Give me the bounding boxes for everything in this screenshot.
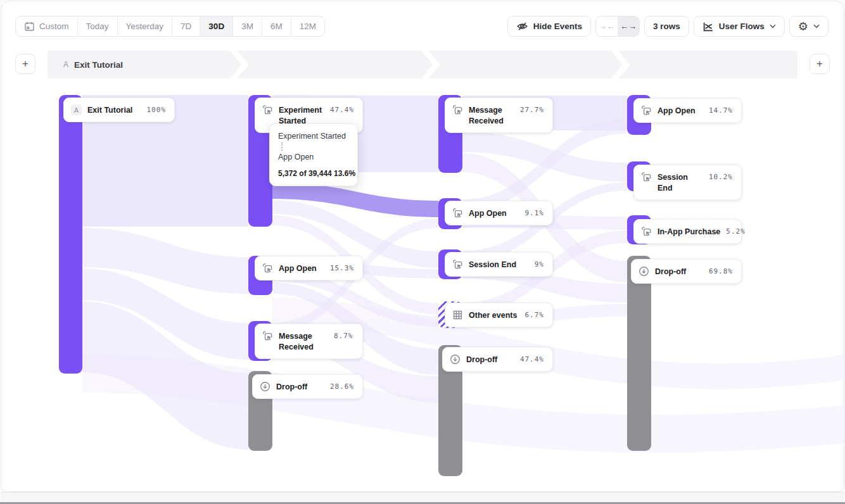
toolbar: Custom Today Yesterday 7D 30D 3M 6M 12M …: [0, 0, 845, 42]
collapse-columns-button[interactable]: →←: [596, 16, 618, 36]
node-card-exit-tutorial[interactable]: A Exit Tutorial 100%: [63, 98, 175, 122]
node-label: Other events: [469, 309, 519, 321]
tooltip-connector-dots: [281, 142, 283, 151]
date-range-today[interactable]: Today: [78, 16, 118, 36]
event-icon: [262, 104, 273, 115]
node-percent: 100%: [147, 104, 167, 114]
node-percent: 47.4%: [520, 353, 544, 363]
node-bar-drop-off-4[interactable]: [627, 256, 651, 451]
step-segment-a[interactable]: A Exit Tutorial: [63, 51, 123, 79]
node-card-session-end-3[interactable]: Session End 9%: [445, 252, 553, 277]
eye-off-icon: [516, 20, 528, 32]
rows-button[interactable]: 3 rows: [644, 16, 689, 37]
node-card-message-received-2[interactable]: Message Received 8.7%: [255, 324, 363, 359]
calendar-icon: [24, 21, 35, 32]
node-label: Session End: [469, 258, 529, 270]
node-card-session-end-4[interactable]: Session End 10.2%: [633, 165, 742, 200]
node-label: Drop-off: [466, 353, 514, 365]
collapse-icon: →←: [599, 22, 615, 31]
node-label: Message Received: [279, 330, 328, 353]
event-icon: [641, 226, 652, 237]
tooltip-source-event: Experiment Started: [278, 132, 349, 141]
node-percent: 15.3%: [330, 262, 354, 272]
date-range-label: 7D: [181, 22, 191, 31]
node-percent: 27.7%: [520, 104, 544, 114]
step-chevron-separator: [230, 51, 249, 79]
footer-strip: [1, 492, 844, 501]
date-range-label: Today: [86, 22, 109, 31]
hide-events-button[interactable]: Hide Events: [507, 16, 591, 37]
date-range-group: Custom Today Yesterday 7D 30D 3M 6M 12M: [15, 16, 325, 37]
node-percent: 47.4%: [330, 104, 354, 114]
add-step-right-button[interactable]: +: [810, 54, 830, 74]
expand-columns-button[interactable]: ←→: [618, 16, 639, 36]
event-icon: [641, 105, 652, 116]
user-flows-icon: [702, 21, 714, 32]
view-selector-label: User Flows: [719, 22, 765, 31]
sankey-canvas: A Exit Tutorial 100% Experiment Started …: [0, 81, 845, 491]
node-card-drop-off-2[interactable]: Drop-off 28.6%: [252, 374, 363, 399]
chevron-down-icon: [813, 24, 820, 28]
step-chevron-separator: [421, 51, 440, 79]
plus-icon: +: [22, 58, 29, 70]
date-range-7d[interactable]: 7D: [172, 16, 200, 36]
node-card-message-received-3[interactable]: Message Received 27.7%: [445, 98, 553, 133]
plus-icon: +: [816, 58, 823, 70]
hide-events-label: Hide Events: [533, 22, 582, 31]
date-range-label: 3M: [241, 22, 253, 31]
node-card-in-app-purchase-4[interactable]: In-App Purchase 5.2%: [633, 219, 742, 244]
event-icon: [641, 172, 652, 182]
node-percent: 14.7%: [709, 104, 733, 115]
drop-off-icon: [450, 354, 461, 365]
date-range-3m[interactable]: 3M: [233, 16, 262, 36]
node-percent: 69.8%: [709, 265, 733, 275]
step-letter-badge: A: [71, 104, 82, 115]
date-range-label: 12M: [300, 22, 316, 31]
grid-icon: [452, 310, 463, 320]
date-range-12m[interactable]: 12M: [291, 16, 324, 36]
view-selector[interactable]: User Flows: [694, 16, 785, 37]
node-card-app-open-3[interactable]: App Open 9.1%: [445, 201, 553, 225]
sankey-links: [0, 81, 845, 491]
node-card-other-events-3[interactable]: Other events 6.7%: [445, 303, 553, 327]
event-icon: [452, 259, 463, 270]
link-band: [82, 95, 248, 450]
node-bar-exit-tutorial[interactable]: [59, 95, 82, 374]
node-label: Message Received: [469, 104, 514, 127]
date-range-30d[interactable]: 30D: [200, 16, 233, 36]
node-percent: 28.6%: [330, 381, 354, 391]
date-range-label: Yesterday: [126, 22, 164, 31]
node-card-app-open-2[interactable]: App Open 15.3%: [255, 256, 363, 280]
node-card-drop-off-3[interactable]: Drop-off 47.4%: [442, 347, 553, 372]
event-icon: [262, 263, 273, 274]
node-card-drop-off-4[interactable]: Drop-off 69.8%: [631, 259, 742, 284]
node-label: Session End: [658, 171, 703, 194]
settings-button[interactable]: ⚙: [789, 16, 829, 37]
tooltip-target-event: App Open: [278, 153, 349, 161]
node-percent: 6.7%: [525, 309, 545, 319]
date-range-yesterday[interactable]: Yesterday: [118, 16, 173, 36]
tooltip-stat: 5,372 of 39,444 13.6%: [278, 169, 349, 178]
chevron-down-icon: [770, 24, 776, 28]
add-step-left-button[interactable]: +: [15, 54, 35, 74]
event-icon: [262, 331, 273, 341]
toolbar-right: Hide Events →← ←→ 3 rows User Flows ⚙: [507, 16, 829, 37]
user-flows-page: Custom Today Yesterday 7D 30D 3M 6M 12M …: [0, 0, 845, 504]
node-label: Drop-off: [276, 381, 324, 393]
node-percent: 10.2%: [709, 171, 733, 181]
node-label: In-App Purchase: [658, 225, 720, 237]
link-tooltip: Experiment Started App Open 5,372 of 39,…: [269, 123, 358, 186]
date-range-6m[interactable]: 6M: [262, 16, 291, 36]
event-icon: [452, 208, 463, 218]
collapse-expand-toggle: →← ←→: [595, 16, 640, 37]
node-card-app-open-4[interactable]: App Open 14.7%: [633, 98, 742, 123]
date-range-label: 30D: [208, 22, 224, 31]
step-band[interactable]: A Exit Tutorial: [48, 51, 797, 79]
node-percent: 9.1%: [525, 207, 545, 217]
gear-icon: ⚙: [798, 21, 808, 32]
date-range-custom[interactable]: Custom: [16, 16, 78, 36]
date-range-label: Custom: [39, 22, 69, 31]
date-range-label: 6M: [270, 22, 283, 31]
node-label: Exit Tutorial: [87, 104, 141, 116]
step-chevron-separator: [611, 51, 630, 79]
